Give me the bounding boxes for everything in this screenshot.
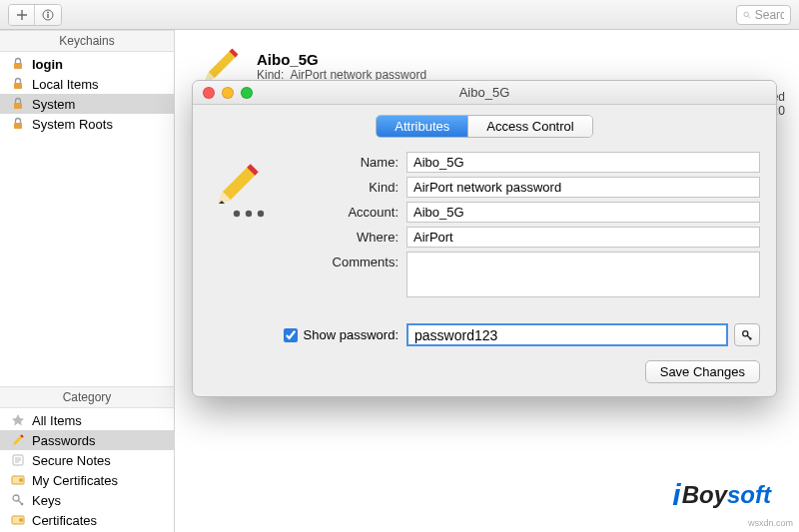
sidebar-item-login[interactable]: login — [0, 54, 174, 74]
sidebar-item-label: System Roots — [32, 117, 113, 132]
password-field[interactable] — [406, 323, 728, 346]
svg-point-16 — [258, 211, 264, 217]
name-field[interactable] — [406, 152, 760, 173]
sidebar-item-keys[interactable]: Keys — [0, 490, 174, 510]
search-icon — [743, 10, 751, 20]
tab-access-control[interactable]: Access Control — [467, 116, 591, 137]
label-account: Account: — [287, 205, 406, 220]
sidebar-item-label: login — [32, 57, 63, 72]
sidebar-item-system-roots[interactable]: System Roots — [0, 114, 174, 134]
account-field[interactable] — [406, 202, 760, 223]
sidebar-item-label: Secure Notes — [32, 453, 111, 468]
all-items-icon — [10, 412, 26, 428]
segmented-control: Attributes Access Control — [376, 115, 592, 138]
sidebar-item-label: My Certificates — [32, 473, 118, 488]
svg-point-15 — [246, 211, 252, 217]
sidebar-item-passwords[interactable]: Passwords — [0, 430, 174, 450]
svg-point-3 — [744, 12, 748, 16]
titlebar: Aibo_5G — [193, 81, 776, 105]
sidebar-item-all-items[interactable]: All Items — [0, 410, 174, 430]
tabbar: Attributes Access Control — [193, 105, 776, 152]
label-name: Name: — [287, 155, 406, 170]
svg-point-14 — [234, 211, 240, 217]
label-kind: Kind: — [287, 180, 406, 195]
keychain-list: login Local Items System System Roots — [0, 52, 174, 136]
attributes-modal: Aibo_5G Attributes Access Control Name: — [192, 80, 777, 397]
section-title-keychains: Keychains — [0, 30, 174, 52]
sidebar-item-local-items[interactable]: Local Items — [0, 74, 174, 94]
category-list: All Items Passwords Secure Notes My Cert… — [0, 408, 174, 532]
sidebar-item-label: Keys — [32, 493, 61, 508]
watermark-logo: iBoysoft — [672, 478, 771, 512]
note-icon — [10, 452, 26, 468]
where-field[interactable] — [406, 227, 760, 248]
form: Name: Kind: Account: Where: Comments: — [193, 152, 776, 301]
modal-title: Aibo_5G — [193, 85, 776, 100]
sidebar-item-label: Local Items — [32, 77, 98, 92]
pencil-icon — [211, 162, 277, 222]
sidebar-item-certificates[interactable]: Certificates — [0, 510, 174, 530]
comments-field[interactable] — [406, 252, 760, 297]
lock-icon — [10, 116, 26, 132]
sidebar-item-label: All Items — [32, 413, 82, 428]
info-button[interactable] — [35, 5, 61, 25]
sidebar-item-system[interactable]: System — [0, 94, 174, 114]
password-row: Show password: — [201, 323, 760, 346]
kind-field[interactable] — [406, 177, 760, 198]
show-password-checkbox[interactable] — [284, 328, 298, 342]
password-key-button[interactable] — [734, 323, 760, 346]
svg-point-13 — [19, 518, 23, 522]
sidebar-item-label: Passwords — [32, 433, 96, 448]
sidebar: Keychains login Local Items System Syste… — [0, 30, 175, 532]
key-icon — [10, 492, 26, 508]
lock-icon — [10, 96, 26, 112]
label-show-password: Show password: — [304, 327, 399, 342]
toolbar-group-left — [8, 4, 62, 26]
lock-icon — [10, 76, 26, 92]
save-changes-button[interactable]: Save Changes — [645, 360, 760, 383]
sidebar-item-label: Certificates — [32, 513, 97, 528]
tab-attributes[interactable]: Attributes — [377, 116, 467, 137]
label-comments: Comments: — [287, 252, 406, 269]
certificate-icon — [10, 512, 26, 528]
new-button[interactable] — [9, 5, 35, 25]
sidebar-item-secure-notes[interactable]: Secure Notes — [0, 450, 174, 470]
save-row: Save Changes — [193, 346, 776, 383]
svg-rect-6 — [14, 103, 22, 109]
svg-rect-7 — [14, 123, 22, 129]
svg-rect-5 — [14, 83, 22, 89]
section-title-category: Category — [0, 386, 174, 408]
search-placeholder: Search — [755, 8, 784, 22]
key-icon — [741, 329, 753, 341]
search-input[interactable]: Search — [736, 5, 791, 25]
lock-icon — [10, 56, 26, 72]
sidebar-item-my-certificates[interactable]: My Certificates — [0, 470, 174, 490]
pencil-icon — [10, 432, 26, 448]
svg-rect-2 — [47, 14, 48, 18]
watermark-domain: wsxdn.com — [748, 518, 793, 528]
label-where: Where: — [287, 230, 406, 245]
svg-point-1 — [47, 11, 49, 13]
svg-rect-4 — [14, 63, 22, 69]
certificate-icon — [10, 472, 26, 488]
fields: Name: Kind: Account: Where: Comments: — [287, 152, 760, 301]
toolbar: Search — [0, 0, 799, 30]
form-icon — [201, 152, 287, 301]
sidebar-item-label: System — [32, 97, 75, 112]
item-title: Aibo_5G — [257, 51, 426, 68]
svg-point-10 — [19, 478, 23, 482]
